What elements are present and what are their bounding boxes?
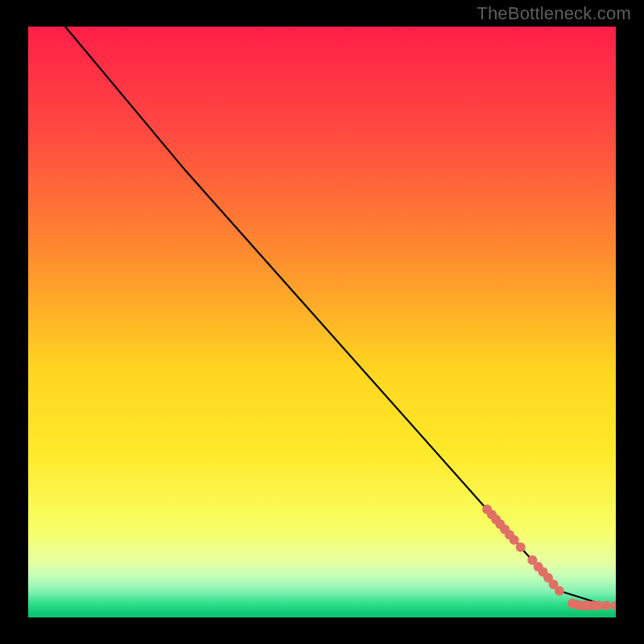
plot-background [28, 27, 616, 617]
watermark-link[interactable]: TheBottleneck.com [477, 3, 631, 24]
scatter-point [555, 586, 564, 596]
plot-svg [0, 0, 644, 644]
scatter-point [510, 535, 519, 545]
scatter-point [601, 601, 611, 610]
scatter-point [516, 543, 526, 552]
chart-stage: TheBottleneck.com [0, 0, 644, 644]
